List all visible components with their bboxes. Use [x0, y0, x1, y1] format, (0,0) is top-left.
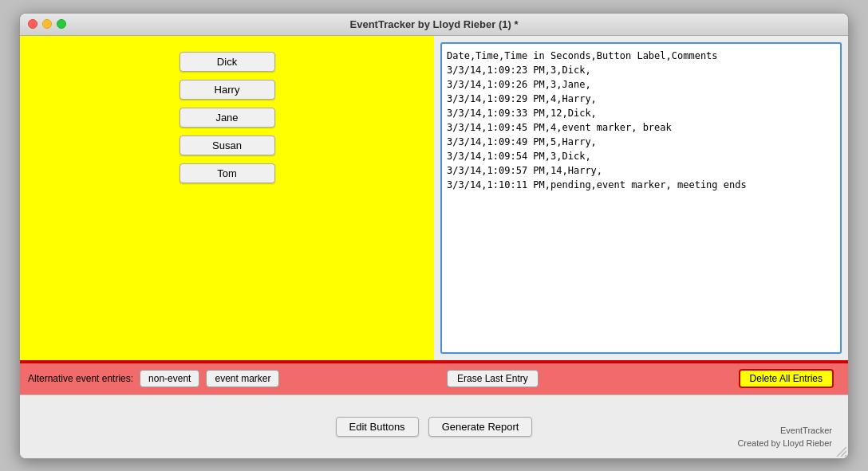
svg-line-2 — [845, 455, 846, 457]
event-button-jane[interactable]: Jane — [180, 108, 275, 128]
window-title: EventTracker by Lloyd Rieber (1) * — [350, 18, 519, 30]
event-button-susan[interactable]: Susan — [180, 135, 275, 155]
alt-entries-label: Alternative event entries: — [28, 373, 133, 384]
resize-handle-icon[interactable] — [835, 445, 846, 457]
delete-all-entries-button[interactable]: Delete All Entries — [739, 369, 834, 388]
erase-last-entry-button[interactable]: Erase Last Entry — [447, 370, 539, 387]
credit-line1: EventTracker — [737, 424, 832, 438]
minimize-button[interactable] — [42, 19, 52, 29]
footer-credit: EventTracker Created by Lloyd Rieber — [737, 424, 832, 450]
log-textarea[interactable] — [440, 42, 842, 354]
bottom-toolbar: Alternative event entries: non-event eve… — [20, 363, 848, 394]
event-button-tom[interactable]: Tom — [180, 163, 275, 183]
generate-report-button[interactable]: Generate Report — [428, 417, 533, 437]
main-window: EventTracker by Lloyd Rieber (1) * Dick … — [19, 13, 849, 459]
edit-buttons-button[interactable]: Edit Buttons — [336, 417, 419, 437]
event-marker-button[interactable]: event marker — [206, 370, 279, 387]
event-button-harry[interactable]: Harry — [180, 80, 275, 100]
bottom-bar-right: Erase Last Entry Delete All Entries — [440, 369, 840, 388]
footer-buttons: Edit Buttons Generate Report — [336, 417, 533, 437]
traffic-lights — [28, 19, 66, 29]
close-button[interactable] — [28, 19, 37, 29]
left-panel: Dick Harry Jane Susan Tom — [20, 36, 434, 363]
title-bar: EventTracker by Lloyd Rieber (1) * — [20, 14, 848, 36]
right-panel — [434, 36, 848, 363]
main-content: Dick Harry Jane Susan Tom Alternative ev… — [20, 36, 848, 458]
non-event-button[interactable]: non-event — [140, 370, 199, 387]
event-button-dick[interactable]: Dick — [180, 52, 275, 72]
maximize-button[interactable] — [57, 19, 66, 29]
credit-line2: Created by Lloyd Rieber — [737, 437, 832, 450]
footer: Edit Buttons Generate Report EventTracke… — [20, 394, 848, 458]
bottom-bar-left: Alternative event entries: non-event eve… — [28, 370, 434, 387]
top-section: Dick Harry Jane Susan Tom — [20, 36, 848, 363]
